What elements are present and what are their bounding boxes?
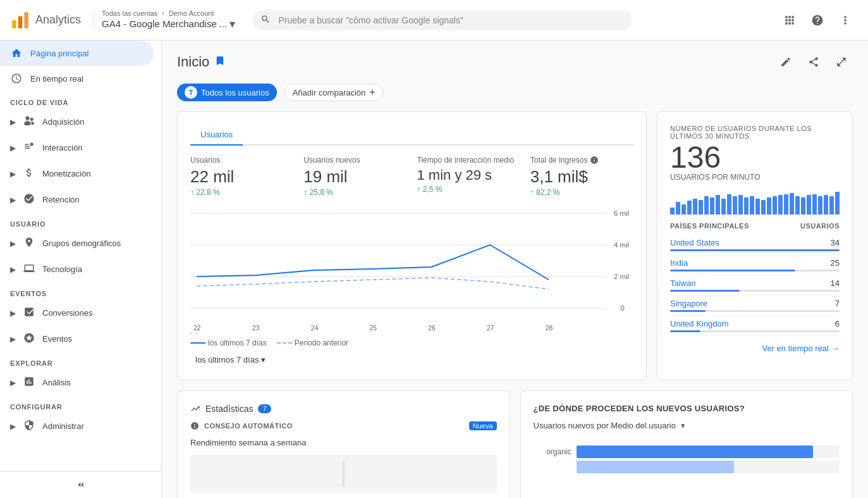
expand-icon: ▶ (10, 118, 16, 127)
mini-bar-item (795, 196, 800, 215)
technology-icon (23, 263, 35, 276)
account-info: Todas las cuentas › Demo Account GA4 - G… (102, 9, 235, 31)
sidebar-item-retention[interactable]: ▶ Retención (0, 187, 154, 213)
app-title: Analytics (35, 13, 81, 27)
sidebar-analysis-label: Análisis (42, 378, 71, 387)
acq-bar-container-1 (577, 445, 840, 458)
filter-bar: T Todos los usuarios Añadir comparación … (162, 78, 868, 111)
metric-revenue-label: Total de ingresos (530, 156, 633, 165)
realtime-card: NÚMERO DE USUARIOS DURANTE LOS ÚLTIMOS 3… (657, 111, 853, 380)
svg-text:6 mil: 6 mil (614, 209, 629, 217)
metric-new-users: Usuarios nuevos 19 mil 25,8 % (303, 156, 406, 197)
sidebar-item-realtime[interactable]: En tiempo real (0, 66, 154, 91)
acq-bar-fill-2 (577, 461, 735, 473)
expand-icon-6: ▶ (10, 265, 16, 274)
main-content: Inicio T (162, 40, 868, 498)
svg-text:2 mil: 2 mil (614, 273, 629, 280)
mini-bar-item (829, 196, 834, 215)
sidebar-item-acquisition[interactable]: ▶ Adquisición (0, 109, 154, 135)
mini-bar-item (755, 199, 760, 215)
country-name[interactable]: United Kingdom (670, 319, 729, 328)
expand-icon-2: ▶ (10, 144, 16, 153)
help-icon-button[interactable] (805, 8, 830, 33)
advice-text: Rendimiento semana a semana (190, 435, 497, 450)
bookmark-icon (214, 55, 226, 70)
mini-bar-item (807, 195, 811, 215)
apps-icon-button[interactable] (777, 8, 802, 33)
advice-label: CONSEJO AUTOMÁTICO (204, 422, 293, 430)
sidebar-item-conversions[interactable]: ▶ Conversiones (0, 300, 154, 326)
analysis-icon (23, 376, 35, 389)
configure-section: CONFIGURAR (0, 395, 161, 413)
country-name[interactable]: India (670, 258, 688, 268)
mini-bar-item (738, 195, 743, 215)
expand-icon-3: ▶ (10, 170, 16, 178)
sidebar-item-admin[interactable]: ▶ Administrar (0, 413, 154, 439)
sidebar-retention-label: Retención (42, 195, 80, 204)
interaction-icon (23, 141, 35, 154)
mini-bar-item (801, 197, 805, 215)
logo-area: Analytics (10, 10, 81, 30)
svg-rect-2 (24, 12, 28, 28)
country-count: 25 (831, 258, 840, 268)
countries-header-label: PAÍSES PRINCIPALES (670, 222, 749, 230)
expand-icon-4: ▶ (10, 196, 16, 204)
acq-bar-label-organic: organic (534, 447, 572, 456)
realtime-link[interactable]: Ver en tiempo real → (670, 344, 840, 353)
sidebar-item-home[interactable]: Página principal (0, 40, 154, 66)
country-name[interactable]: United States (670, 238, 719, 247)
search-input[interactable] (253, 10, 632, 30)
acquisition-card: ¿DE DÓNDE PROCEDEN LOS NUEVOS USUARIOS? … (520, 390, 853, 498)
country-bar-fill (670, 290, 740, 292)
acq-dropdown-icon: ▾ (681, 421, 685, 430)
sidebar-collapse-button[interactable] (0, 471, 161, 498)
acquisition-icon (23, 115, 35, 128)
sidebar-item-demographics[interactable]: ▶ Grupos demográficos (0, 230, 154, 256)
country-bar-bg (670, 270, 840, 271)
share-button[interactable] (802, 51, 825, 73)
segment-label: Todos los usuarios (201, 88, 269, 97)
stats-card: Estadísticas 7 CONSEJO AUTOMÁTICO Nueva … (177, 390, 510, 498)
sidebar-item-events-nav[interactable]: ▶ Eventos (0, 326, 154, 352)
tab-usuarios[interactable]: Usuarios (190, 125, 243, 146)
card-tabs: Usuarios (190, 125, 633, 146)
mini-bar-item (676, 202, 680, 215)
filter-label: los últimos 7 días (195, 355, 259, 364)
country-list: United States34India25Taiwan14Singapore7… (670, 235, 840, 336)
topbar-actions (777, 8, 858, 33)
chart-filter-button[interactable]: los últimos 7 días ▾ (190, 352, 633, 367)
metric-session-value: 1 min y 29 s (417, 167, 520, 184)
svg-text:24: 24 (311, 325, 319, 332)
more-vert-icon-button[interactable] (833, 8, 858, 33)
mini-bar-item (682, 204, 686, 215)
country-bar-bg (670, 310, 840, 312)
country-count: 34 (831, 238, 840, 247)
sidebar-item-analysis[interactable]: ▶ Análisis (0, 370, 154, 395)
mini-bar-item (716, 195, 720, 215)
chart-area: 6 mil 4 mil 2 mil 0 22 feb 23 24 25 (190, 207, 633, 333)
sidebar-item-interaction[interactable]: ▶ Interacción (0, 135, 154, 161)
mini-bar-item (704, 196, 709, 215)
realtime-sublabel: USUARIOS POR MINUTO (670, 173, 840, 182)
account-name: GA4 - Google Merchandise ... (102, 18, 227, 29)
expand-button[interactable] (830, 51, 853, 73)
sidebar-realtime-label: En tiempo real (30, 74, 83, 84)
mini-bar-item (733, 196, 737, 215)
sidebar-item-technology[interactable]: ▶ Tecnología (0, 256, 154, 282)
metric-revenue: Total de ingresos 3,1 mil$ 82,2 % (530, 156, 633, 197)
mini-bar-item (790, 193, 794, 215)
legend-line-current (190, 342, 205, 344)
search-bar (253, 10, 632, 30)
mini-bar-item (761, 200, 766, 215)
add-comparison-button[interactable]: Añadir comparación + (284, 84, 384, 101)
account-selector[interactable]: GA4 - Google Merchandise ... ▾ (102, 17, 235, 31)
metric-revenue-value: 3,1 mil$ (530, 167, 633, 187)
country-name[interactable]: Taiwan (670, 278, 695, 288)
sidebar-item-monetization[interactable]: ▶ Monetización (0, 161, 154, 187)
country-name[interactable]: Singapore (670, 299, 707, 308)
page-header: Inicio (162, 40, 868, 78)
info-icon (590, 156, 599, 165)
edit-report-button[interactable] (774, 51, 797, 73)
user-segment-badge[interactable]: T Todos los usuarios (177, 84, 277, 101)
realtime-link-label: Ver en tiempo real (762, 344, 829, 353)
